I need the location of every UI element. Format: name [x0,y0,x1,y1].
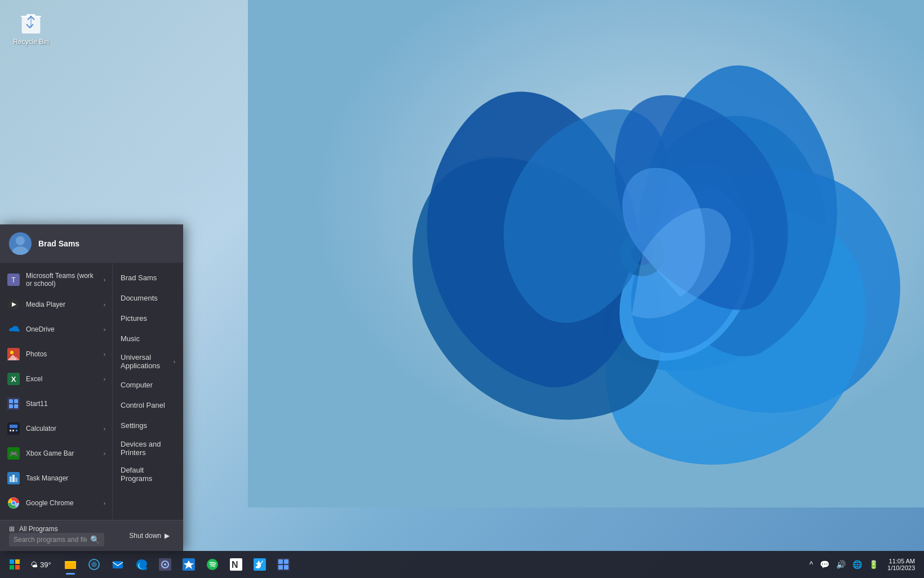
media-player-icon [7,298,20,311]
excel-label: Excel [26,375,98,383]
svg-rect-42 [15,565,20,570]
weather-display: 🌤 39° [27,561,55,569]
pictures-label: Pictures [121,314,147,323]
recycle-bin-label: Recycle Bin [13,38,48,46]
svg-rect-60 [278,565,283,570]
app-item-excel[interactable]: XExcel› [0,367,112,391]
tray-network[interactable]: 🌐 [850,559,864,570]
start11-icon [7,397,20,411]
recycle-bin-icon [17,8,45,36]
user-avatar[interactable] [9,232,32,255]
place-item-control-panel[interactable]: Control Panel [113,395,183,415]
app-item-task-manager[interactable]: Task Manager [0,466,112,491]
app-item-photos[interactable]: Photos› [0,342,112,367]
svg-rect-39 [10,559,14,564]
tray-chevron[interactable]: ^ [807,559,815,570]
teams-icon: T [7,273,20,286]
app-item-start11[interactable]: Start11 [0,391,112,416]
task-manager-label: Task Manager [26,474,105,482]
app-item-media-player[interactable]: Media Player› [0,292,112,317]
svg-text:N: N [232,560,238,570]
media-player-arrow-icon: › [104,302,105,308]
recycle-bin[interactable]: Recycle Bin [11,8,51,46]
place-item-computer[interactable]: Computer [113,374,183,395]
place-item-music[interactable]: Music [113,328,183,348]
start-menu-header: Brad Sams [0,224,183,263]
place-item-brad-sams[interactable]: Brad Sams [113,267,183,288]
start-menu-body: TMicrosoft Teams (work or school)›Media … [0,263,183,520]
all-programs-button[interactable]: ⊞ All Programs [9,525,104,533]
svg-point-7 [16,236,25,245]
google-chrome-arrow-icon: › [104,500,105,506]
google-chrome-icon [7,496,20,510]
taskbar-app-stardock1[interactable] [154,553,176,576]
svg-rect-27 [12,430,14,431]
tray-volume[interactable]: 🔊 [834,559,848,570]
taskbar-app-keeper[interactable] [177,553,200,576]
task-manager-icon [7,471,20,485]
shutdown-button[interactable]: Shut down ▶ [125,530,174,542]
google-chrome-label: Google Chrome [26,499,98,507]
svg-point-14 [10,351,14,354]
svg-rect-33 [12,475,15,482]
onedrive-label: OneDrive [26,325,98,333]
search-input[interactable] [14,536,87,544]
tray-battery[interactable]: 🔋 [867,559,881,570]
weather-widget[interactable]: 🌤 39° [27,561,55,569]
start-footer: ⊞ All Programs 🔍 Shut down ▶ [0,520,183,551]
taskbar-app-mail[interactable] [106,553,129,576]
app-item-onedrive[interactable]: OneDrive› [0,317,112,342]
svg-rect-34 [15,478,17,482]
taskbar-app-spotify[interactable] [201,553,224,576]
svg-rect-41 [10,565,14,570]
start-button[interactable] [5,554,25,575]
desktop: Recycle Bin Brad Sams TMicrosoft Teams (… [0,0,924,578]
svg-rect-44 [65,562,76,569]
calculator-label: Calculator [26,425,98,433]
svg-text:T: T [11,276,16,284]
teams-arrow-icon: › [104,277,105,283]
control-panel-label: Control Panel [121,401,165,409]
taskbar-app-file-explorer[interactable] [59,553,82,576]
settings-label: Settings [121,421,147,430]
computer-label: Computer [121,381,153,389]
teams-label: Microsoft Teams (work or school) [26,272,98,288]
place-item-devices-printers[interactable]: Devices and Printers [113,435,183,461]
place-item-default-programs[interactable]: Default Programs [113,461,183,487]
app-item-teams[interactable]: TMicrosoft Teams (work or school)› [0,267,112,292]
grid-icon: ⊞ [9,525,15,533]
svg-rect-28 [16,430,17,431]
tray-chat[interactable]: 💬 [818,559,832,570]
place-item-documents[interactable]: Documents [113,288,183,308]
app-item-google-chrome[interactable]: Google Chrome› [0,491,112,515]
place-item-universal-apps[interactable]: Universal Applications› [113,348,183,374]
app-item-calculator[interactable]: Calculator› [0,416,112,441]
shutdown-arrow-icon: ▶ [165,532,170,540]
taskbar-app-edge[interactable] [130,553,153,576]
place-item-pictures[interactable]: Pictures [113,308,183,328]
taskbar-center: N [59,553,295,576]
svg-point-53 [207,559,218,570]
excel-arrow-icon: › [104,376,105,382]
place-item-settings[interactable]: Settings [113,415,183,435]
taskbar-app-notion[interactable]: N [225,553,247,576]
svg-rect-45 [65,561,69,563]
user-name: Brad Sams [38,239,79,248]
app-item-xbox-game-bar[interactable]: 🎮Xbox Game Bar› [0,441,112,466]
media-player-label: Media Player [26,301,98,308]
xbox-game-bar-icon: 🎮 [7,447,20,460]
svg-rect-48 [113,561,123,568]
clock-time: 11:05 AM [889,558,915,564]
svg-rect-20 [9,399,13,403]
all-programs-label: All Programs [19,525,58,533]
taskbar: 🌤 39° N ^ 💬 🔊 🌐 🔋 11:05 AM 1/10/2023 [0,551,924,578]
universal-apps-arrow-icon: › [174,359,175,365]
places-list: Brad SamsDocumentsPicturesMusicUniversal… [113,263,183,520]
taskbar-app-cortana[interactable] [83,553,105,576]
svg-rect-22 [9,404,13,408]
search-bar[interactable]: 🔍 [9,533,104,546]
taskbar-app-twitter[interactable] [248,553,271,576]
taskbar-app-stardock2[interactable] [272,553,295,576]
clock[interactable]: 11:05 AM 1/10/2023 [883,558,919,571]
app-list: TMicrosoft Teams (work or school)›Media … [0,263,113,520]
